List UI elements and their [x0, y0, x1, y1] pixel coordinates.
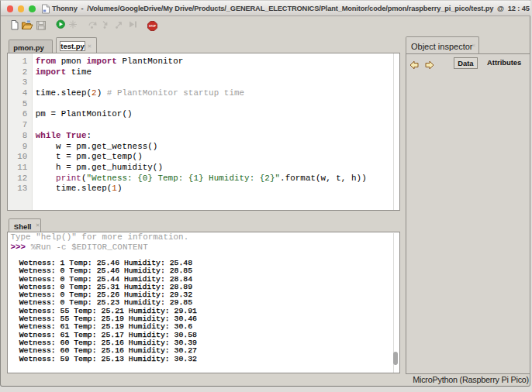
svg-text:STOP: STOP	[149, 25, 157, 28]
